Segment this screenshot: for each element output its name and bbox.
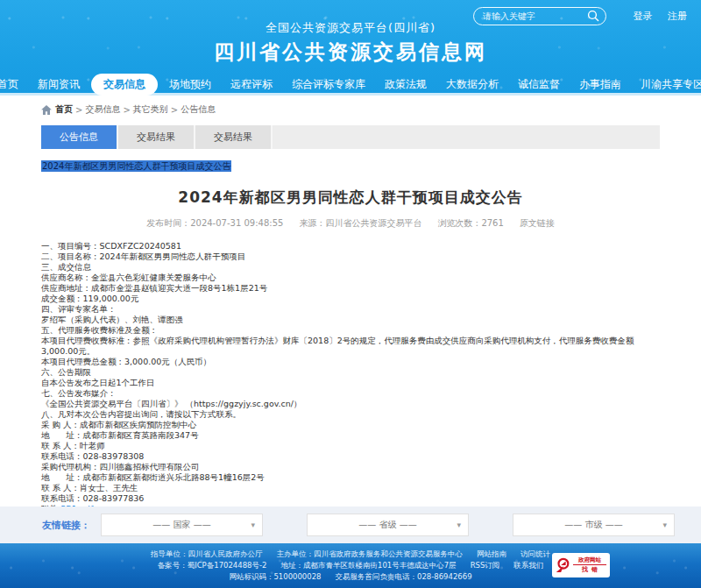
page: 登录 注册 全国公共资源交易平台(四川省) 四川省公共资源交易信息网 首页新闻资…	[0, 0, 701, 588]
friend-link-select[interactable]: —— 省级 ——▾	[307, 514, 469, 536]
friend-links-bar: 友情链接： —— 国家 ——▾—— 省级 ——▾—— 市级 ——▾	[0, 507, 701, 543]
auth-links: 登录 注册	[621, 10, 688, 23]
article-body-line: 联 系 人：肖女士、王先生	[41, 483, 660, 493]
footer-text: 地址：成都市青羊区鼓楼南街101号丰德成达中心7层	[280, 561, 456, 570]
breadcrumb: 首页>交易信息>其它类别>公告信息	[41, 103, 660, 116]
site-header: 登录 注册 全国公共资源交易平台(四川省) 四川省公共资源交易信息网 首页新闻资…	[0, 0, 701, 93]
tab-bar: 公告信息交易结果交易结果	[41, 125, 660, 149]
announcement-link-highlighted[interactable]: 2024年新都区男男同性恋人群干预项目成交公告	[41, 160, 231, 172]
meta-text: 浏览次数：2761	[437, 218, 503, 228]
tab-公告信息[interactable]: 公告信息	[41, 125, 118, 149]
footer-text: 指导单位：四川省人民政府办公厅	[151, 549, 263, 558]
nav-item[interactable]: 首页	[0, 74, 26, 96]
original-article-link[interactable]: 原文链接	[520, 218, 555, 228]
article-body-line: 地 址：成都市新都区育英路南段347号	[41, 430, 660, 441]
chevron-down-icon: ▾	[662, 521, 667, 529]
article-body-line: 联系电话：028-83978308	[41, 451, 660, 462]
breadcrumb-item[interactable]: 交易信息	[85, 103, 120, 116]
breadcrumb-item[interactable]: 公告信息	[181, 103, 216, 116]
nav-item[interactable]: 大数据分析	[438, 74, 506, 96]
footer-text: 备案号：蜀ICP备17024488号-2	[158, 561, 267, 570]
article-body-line: 五、代理服务收费标准及金额：	[41, 325, 660, 336]
breadcrumb-separator: >	[123, 105, 130, 115]
article-body-line: 八、凡对本次公告内容提出询问，请按以下方式联系。	[41, 409, 660, 420]
gov-error-badge[interactable]: 政府网站 找错	[552, 553, 610, 577]
article-body-line: 本项目代理费收费标准：参照《政府采购代理机构管理暂行办法》财库〔2018〕2号的…	[41, 336, 660, 357]
nav-item[interactable]: 交易信息	[91, 74, 158, 96]
footer-link[interactable]: 访问统计	[520, 549, 550, 558]
select-value: —— 市级 ——	[564, 519, 622, 531]
nav-item[interactable]: 综合评标专家库	[284, 74, 373, 96]
meta-text: 发布时间：2024-07-31 09:48:55	[146, 218, 283, 228]
footer-text: 网站标识码：5100000028	[229, 572, 321, 581]
article-body-line: 地 址：成都市新都区新都街道兴乐北路88号1幢16层2号	[41, 472, 660, 483]
search-row	[473, 6, 606, 25]
nav-item[interactable]: 新闻资讯	[30, 74, 88, 96]
breadcrumb-items: 首页>交易信息>其它类别>公告信息	[55, 103, 216, 116]
article-body-line: 三、成交信息	[41, 262, 660, 273]
friend-link-select[interactable]: —— 国家 ——▾	[101, 514, 263, 536]
search-icon[interactable]	[587, 9, 599, 25]
article-body-line: 二、项目名称：2024年新都区男男同性恋人群干预项目	[41, 251, 660, 262]
register-link[interactable]: 注册	[668, 11, 687, 22]
article-body-line: 《全国公共资源交易平台〔四川省〕》 （https://ggzyjy.sc.gov…	[41, 399, 660, 409]
breadcrumb-separator: >	[171, 105, 178, 115]
article-title: 2024年新都区男男同性恋人群干预项目成交公告	[41, 188, 660, 208]
nav-item[interactable]: 川渝共享专区	[633, 74, 701, 96]
chevron-down-icon: ▾	[251, 521, 255, 529]
friend-link-select[interactable]: —— 市级 ——▾	[513, 514, 675, 536]
search-box	[473, 6, 606, 25]
article-body-line: 本项目代理费总金额：3,000.00元（人民币）	[41, 357, 660, 367]
badge-text: 政府网站 找错	[573, 556, 606, 575]
footer-link[interactable]: RSS订阅	[471, 561, 500, 570]
main-nav: 首页新闻资讯交易信息场地预约远程评标综合评标专家库政策法规大数据分析诚信监督办事…	[0, 74, 701, 96]
article-body-line: 供应商地址：成都市金堂县赵镇迎宾大道一段8号1栋1层21号	[41, 283, 660, 294]
login-link[interactable]: 登录	[634, 11, 653, 22]
nav-item[interactable]: 政策法规	[377, 74, 435, 96]
nav-item[interactable]: 办事指南	[571, 74, 629, 96]
footer-link[interactable]: 联系我们	[513, 561, 543, 570]
badge-title: 政府网站	[573, 556, 606, 565]
site-title: 四川省公共资源交易信息网	[0, 39, 701, 66]
friend-links-selects: —— 国家 ——▾—— 省级 ——▾—— 市级 ——▾	[101, 514, 675, 536]
footer-text: 交易服务首问负责电话：028-86942669	[336, 572, 472, 581]
select-value: —— 国家 ——	[152, 519, 210, 531]
main-content: 首页>交易信息>其它类别>公告信息 公告信息交易结果交易结果 2024年新都区男…	[41, 103, 660, 514]
nav-item[interactable]: 场地预约	[161, 74, 219, 96]
footer-text: 主办单位：四川省政府政务服务和公共资源交易服务中心	[277, 549, 464, 558]
article-body-line: 成交金额：119,000.00元	[41, 294, 660, 304]
chevron-down-icon: ▾	[457, 521, 461, 529]
friend-links-label: 友情链接：	[42, 519, 90, 532]
breadcrumb-item[interactable]: 首页	[55, 103, 73, 116]
magnifier-flag-icon	[555, 556, 570, 574]
article-body-line: 自本公告发布之日起1个工作日	[41, 378, 660, 388]
nav-item[interactable]: 远程评标	[223, 74, 280, 96]
meta-text: 来源：四川省公共资源交易平台	[299, 218, 421, 228]
article-body-line: 联 系 人：叶老师	[41, 441, 660, 451]
badge-subtitle: 找错	[573, 565, 606, 575]
article-body-line: 采 购 人：成都市新都区疾病预防控制中心	[41, 420, 660, 430]
article-body-line: 一、项目编号：SCDXFZC20240581	[41, 241, 660, 251]
article-body: 一、项目编号：SCDXFZC20240581二、项目名称：2024年新都区男男同…	[41, 241, 660, 504]
site-footer: 指导单位：四川省人民政府办公厅主办单位：四川省政府政务服务和公共资源交易服务中心…	[0, 543, 701, 588]
tab-交易结果[interactable]: 交易结果	[195, 125, 273, 149]
tab-交易结果[interactable]: 交易结果	[118, 125, 195, 149]
article-meta: 发布时间：2024-07-31 09:48:55来源：四川省公共资源交易平台浏览…	[41, 217, 660, 230]
select-value: —— 省级 ——	[358, 519, 416, 531]
article-body-line: 联系电话：028-83977836	[41, 493, 660, 504]
breadcrumb-item[interactable]: 其它类别	[133, 103, 168, 116]
article-body-line: 采购代理机构：四川德鑫招标代理有限公司	[41, 462, 660, 472]
article-body-line: 四、评审专家名单：	[41, 304, 660, 315]
nav-item[interactable]: 诚信监督	[510, 74, 568, 96]
home-icon[interactable]	[41, 105, 52, 115]
article-body-line: 六、公告期限	[41, 367, 660, 378]
breadcrumb-separator: >	[75, 105, 82, 115]
article-body-line: 七、公告发布媒介：	[41, 388, 660, 399]
article-body-line: 供应商名称：金堂县六色彩虹健康关爱服务中心	[41, 273, 660, 283]
footer-link[interactable]: 网站指南	[477, 549, 506, 558]
article-body-line: 罗绍军（采购人代表）、刘艳、谭图强	[41, 315, 660, 325]
